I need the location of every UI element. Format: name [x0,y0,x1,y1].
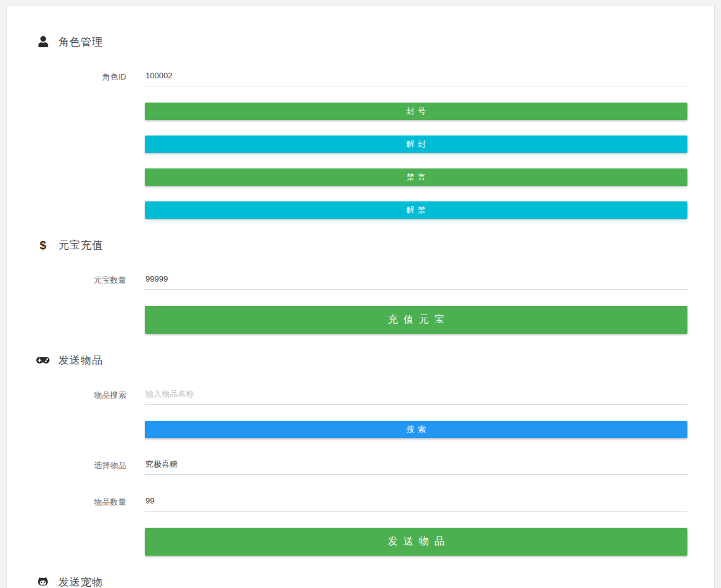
user-icon [35,36,51,47]
item-quantity-input[interactable] [145,491,687,512]
item-search-button-row: 搜索 [145,421,687,438]
item-search-label: 物品搜索 [7,384,126,401]
item-select-row: 选择物品 [7,454,714,475]
item-quantity-label: 物品数量 [7,491,126,508]
item-select-field[interactable] [145,454,687,475]
yuanbao-amount-input[interactable] [145,269,687,290]
section-send-pet: 发送宠物 宠物搜索 [7,574,714,588]
role-id-field-wrap [145,66,687,86]
send-item-button[interactable]: 发送物品 [145,528,687,556]
yuanbao-amount-label: 元宝数量 [7,269,126,286]
section-title-send-pet: 发送宠物 [58,575,103,588]
role-id-row: 角色ID [7,66,714,86]
dollar-icon: $ [35,239,51,251]
role-id-input[interactable] [145,66,687,86]
section-send-item: 发送物品 物品搜索 搜索 选择物品 物品数量 发送物品 [7,352,714,556]
github-cat-icon [35,576,51,587]
mute-button-row: 禁言 [145,168,687,186]
recharge-button-row: 充值元宝 [145,306,687,334]
gamepad-icon [35,355,51,365]
section-yuanbao-recharge: $ 元宝充值 元宝数量 充值元宝 [7,237,714,334]
yuanbao-amount-field-wrap [145,269,687,290]
send-item-header: 发送物品 [35,352,687,368]
unban-button-row: 解封 [145,136,687,153]
section-title-role: 角色管理 [58,35,103,49]
item-search-button[interactable]: 搜索 [145,421,687,438]
yuanbao-amount-row: 元宝数量 [7,269,714,290]
item-search-row: 物品搜索 [7,384,714,405]
unmute-button-row: 解禁 [145,201,687,219]
item-quantity-row: 物品数量 [7,491,714,512]
admin-panel-card: 角色管理 角色ID 封号 解封 禁言 解禁 $ 元宝充值 元宝数量 [6,5,715,588]
section-title-recharge: 元宝充值 [58,238,103,252]
item-select-label: 选择物品 [7,454,126,471]
mute-button[interactable]: 禁言 [145,168,687,186]
unban-button[interactable]: 解封 [145,136,687,153]
item-select-field-wrap [145,454,687,475]
send-pet-header: 发送宠物 [35,574,687,588]
item-quantity-field-wrap [145,491,687,512]
item-search-field-wrap [145,384,687,405]
section-title-send-item: 发送物品 [58,353,103,367]
role-management-header: 角色管理 [35,34,687,50]
send-item-button-row: 发送物品 [145,528,687,556]
section-role-management: 角色管理 角色ID 封号 解封 禁言 解禁 [7,34,714,219]
recharge-yuanbao-button[interactable]: 充值元宝 [145,306,687,334]
ban-button[interactable]: 封号 [145,103,687,120]
recharge-header: $ 元宝充值 [35,237,687,253]
ban-button-row: 封号 [145,103,687,120]
item-search-input[interactable] [145,384,687,405]
role-id-label: 角色ID [7,66,126,83]
unmute-button[interactable]: 解禁 [145,201,687,219]
